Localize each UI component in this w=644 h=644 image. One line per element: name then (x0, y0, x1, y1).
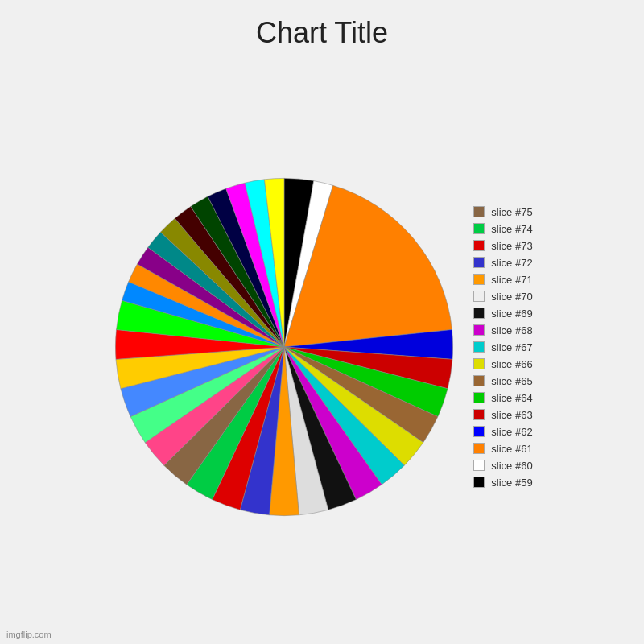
legend-label: slice #61 (491, 443, 532, 455)
legend-item: slice #63 (473, 409, 532, 421)
legend-item: slice #65 (473, 375, 532, 387)
legend-label: slice #64 (491, 392, 532, 404)
legend-label: slice #67 (491, 341, 532, 353)
legend-label: slice #68 (491, 324, 532, 336)
legend-label: slice #69 (491, 308, 532, 320)
chart-container: Chart Title slice #75slice #74slice #73s… (0, 0, 644, 644)
watermark: imgflip.com (6, 630, 52, 639)
legend-item: slice #59 (473, 477, 532, 489)
legend-label: slice #65 (491, 375, 532, 387)
legend-color-box (473, 240, 485, 251)
legend-label: slice #66 (491, 358, 532, 370)
legend-label: slice #75 (491, 206, 532, 218)
legend-color-box (473, 409, 485, 420)
legend-label: slice #59 (491, 477, 532, 489)
legend-color-box (473, 291, 485, 302)
legend-item: slice #62 (473, 426, 532, 438)
legend-item: slice #69 (473, 308, 532, 320)
legend-color-box (473, 443, 485, 454)
legend-label: slice #73 (491, 240, 532, 252)
legend-item: slice #71 (473, 274, 532, 286)
legend-item: slice #68 (473, 324, 532, 336)
pie-svg (111, 174, 457, 520)
legend-label: slice #72 (491, 257, 532, 269)
pie-chart (111, 174, 457, 520)
legend-color-box (473, 375, 485, 386)
legend-item: slice #72 (473, 257, 532, 269)
legend-item: slice #67 (473, 341, 532, 353)
legend-item: slice #61 (473, 443, 532, 455)
legend-color-box (473, 460, 485, 471)
legend-item: slice #75 (473, 206, 532, 218)
legend-color-box (473, 358, 485, 369)
legend-color-box (473, 274, 485, 285)
legend-color-box (473, 477, 485, 488)
legend-color-box (473, 426, 485, 437)
legend-item: slice #74 (473, 223, 532, 235)
legend-item: slice #66 (473, 358, 532, 370)
legend-color-box (473, 324, 485, 336)
legend-item: slice #70 (473, 291, 532, 303)
legend: slice #75slice #74slice #73slice #72slic… (457, 206, 532, 489)
legend-color-box (473, 308, 485, 319)
legend-color-box (473, 392, 485, 403)
legend-label: slice #71 (491, 274, 532, 286)
legend-color-box (473, 257, 485, 268)
legend-label: slice #63 (491, 409, 532, 421)
legend-label: slice #62 (491, 426, 532, 438)
chart-body: slice #75slice #74slice #73slice #72slic… (0, 58, 644, 644)
legend-color-box (473, 223, 485, 234)
legend-item: slice #73 (473, 240, 532, 252)
legend-label: slice #70 (491, 291, 532, 303)
legend-item: slice #64 (473, 392, 532, 404)
chart-title: Chart Title (256, 16, 388, 50)
legend-color-box (473, 341, 485, 353)
legend-label: slice #60 (491, 460, 532, 472)
legend-color-box (473, 206, 485, 217)
legend-item: slice #60 (473, 460, 532, 472)
legend-label: slice #74 (491, 223, 532, 235)
